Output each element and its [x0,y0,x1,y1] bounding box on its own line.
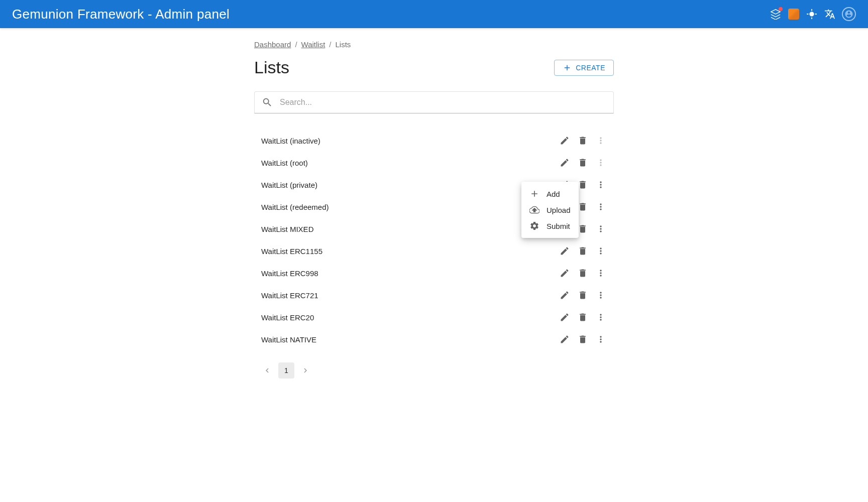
delete-button[interactable] [577,223,589,235]
breadcrumb-dashboard[interactable]: Dashboard [254,40,291,49]
more-button[interactable] [595,245,607,257]
chevron-left-icon [263,366,272,375]
menu-item-label: Submit [547,222,570,230]
row-actions [559,311,607,323]
list-item: WaitList (inactive) [254,130,614,152]
app-header: Gemunion Framework - Admin panel [0,0,868,28]
delete-button[interactable] [577,179,589,191]
edit-button[interactable] [559,135,571,147]
plus-icon [563,63,572,72]
row-actions [559,245,607,257]
delete-button[interactable] [577,201,589,213]
list-item: WaitList ERC721 [254,284,614,306]
chevron-right-icon [301,366,310,375]
pencil-icon [560,312,570,322]
delete-button[interactable] [577,135,589,147]
more-vert-icon [596,136,606,146]
more-vert-icon [596,224,606,234]
row-actions [559,135,607,147]
delete-button[interactable] [577,157,589,169]
delete-button[interactable] [577,333,589,345]
more-vert-icon [596,334,606,344]
theme-toggle-icon[interactable] [806,8,818,20]
breadcrumb-separator: / [329,40,331,49]
search-icon [262,97,273,108]
menu-item-submit[interactable]: Submit [521,218,579,234]
pencil-icon [560,334,570,344]
menu-item-add[interactable]: Add [521,186,579,202]
more-vert-icon [596,312,606,322]
row-actions [559,157,607,169]
more-vert-icon [596,158,606,168]
row-actions [559,333,607,345]
delete-button[interactable] [577,311,589,323]
more-button [595,135,607,147]
more-button[interactable] [595,223,607,235]
delete-button[interactable] [577,245,589,257]
pagination-page-1[interactable]: 1 [278,362,294,379]
gear-icon [529,221,539,231]
trash-icon [578,180,588,190]
edit-button[interactable] [559,289,571,301]
row-actions [559,267,607,279]
row-actions [559,289,607,301]
edit-button[interactable] [559,311,571,323]
pencil-icon [560,268,570,278]
search-input[interactable] [280,98,606,107]
create-button[interactable]: CREATE [554,60,614,76]
list-item-label: WaitList (redeemed) [261,203,329,211]
breadcrumb-waitlist[interactable]: Waitlist [301,40,325,49]
delete-button[interactable] [577,267,589,279]
trash-icon [578,158,588,168]
list-item-label: WaitList NATIVE [261,335,316,344]
menu-item-label: Upload [547,206,571,214]
more-button[interactable] [595,311,607,323]
metamask-icon[interactable] [788,8,800,20]
notification-badge [779,7,783,11]
search-field[interactable] [254,91,614,113]
breadcrumb-current: Lists [336,40,351,49]
trash-icon [578,312,588,322]
list-item: WaitList NATIVE [254,328,614,350]
trash-icon [578,290,588,300]
list-item-label: WaitList ERC721 [261,291,318,300]
delete-button[interactable] [577,289,589,301]
create-button-label: CREATE [576,64,605,72]
pencil-icon [560,290,570,300]
user-avatar[interactable] [842,7,856,21]
app-title: Gemunion Framework - Admin panel [12,7,230,22]
more-vert-icon [596,290,606,300]
list-item-label: WaitList MIXED [261,225,313,233]
pencil-icon [560,136,570,146]
trash-icon [578,246,588,256]
edit-button[interactable] [559,267,571,279]
breadcrumb: Dashboard / Waitlist / Lists [254,40,614,49]
more-button[interactable] [595,201,607,213]
pagination-next[interactable] [297,362,313,379]
header-actions [770,7,856,21]
more-button[interactable] [595,289,607,301]
more-button[interactable] [595,267,607,279]
list-item: WaitList (root) [254,152,614,174]
more-button[interactable] [595,179,607,191]
title-row: Lists CREATE [254,58,614,77]
trash-icon [578,202,588,212]
trash-icon [578,136,588,146]
more-button[interactable] [595,333,607,345]
menu-item-upload[interactable]: Upload [521,202,579,218]
network-icon[interactable] [770,8,782,20]
pagination: 1 [254,362,614,379]
trash-icon [578,224,588,234]
list-item-label: WaitList ERC998 [261,269,318,278]
edit-button[interactable] [559,245,571,257]
language-icon[interactable] [824,8,836,20]
edit-button[interactable] [559,333,571,345]
list-item-label: WaitList ERC20 [261,313,314,322]
cloud-upload-icon [529,205,539,215]
edit-button[interactable] [559,157,571,169]
more-vert-icon [596,268,606,278]
list-item: WaitList ERC20 [254,306,614,328]
pencil-icon [560,158,570,168]
pagination-prev[interactable] [259,362,275,379]
list-item-label: WaitList ERC1155 [261,247,322,256]
